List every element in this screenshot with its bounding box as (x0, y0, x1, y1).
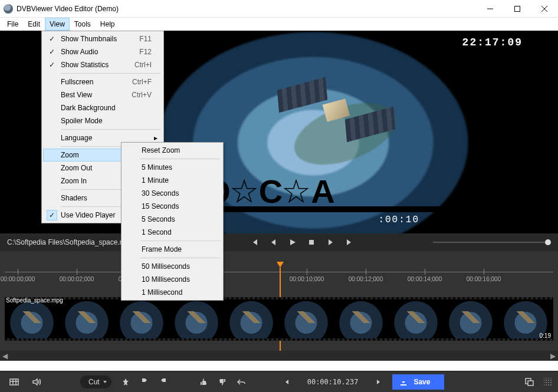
thumbnails-toggle-button[interactable] (6, 375, 22, 389)
zoom-frame-mode[interactable]: Frame Mode (123, 243, 222, 256)
menuitem-dark-background[interactable]: Dark Background (43, 101, 162, 114)
ruler-label: 00:00:14;000 (408, 276, 442, 282)
check-icon: ✓ (47, 35, 57, 43)
thumbnail[interactable] (5, 299, 60, 338)
seek-thumb[interactable] (545, 239, 551, 245)
menuitem-spoiler-mode[interactable]: Spoiler Mode (43, 114, 162, 127)
thumbnail[interactable] (334, 299, 389, 338)
skip-forward-button[interactable] (341, 236, 357, 249)
minimize-button[interactable] (477, 0, 504, 18)
ruler-label: 00:00:12;000 (349, 276, 383, 282)
audio-toggle-button[interactable] (28, 375, 45, 389)
undo-button[interactable] (233, 375, 250, 389)
zoom-1-ms[interactable]: 1 Millisecond (123, 286, 222, 299)
ruler-label: 00:00:10;000 (290, 276, 324, 282)
menu-separator (140, 159, 221, 159)
menuitem-fullscreen[interactable]: FullscreenCtrl+F (43, 75, 162, 88)
thumbnail[interactable] (60, 299, 114, 338)
svg-rect-5 (10, 379, 18, 385)
resize-grip-icon[interactable] (544, 378, 552, 386)
svg-rect-4 (309, 240, 314, 245)
zoom-1-second[interactable]: 1 Second (123, 226, 222, 239)
zoom-5-minutes[interactable]: 5 Minutes (123, 161, 222, 174)
star-icon: ☆ (281, 175, 311, 208)
clip-duration-label: 0:19 (540, 332, 551, 339)
menu-view[interactable]: View (45, 18, 70, 31)
check-icon: ✓ (47, 210, 57, 220)
thumbnail[interactable] (279, 299, 334, 338)
overlay-timecode-top: 22:17:09 (462, 37, 523, 48)
timeline-area: 00:00:00;000 00:00:02;000 00:00:04;000 0… (0, 251, 558, 361)
step-back-button[interactable] (279, 375, 296, 389)
bottom-toolbar: Cut 00:00:10.237 Save (0, 371, 558, 392)
check-icon: ✓ (47, 61, 57, 69)
scroll-left-icon[interactable]: ◀ (0, 351, 10, 361)
zoom-15-seconds[interactable]: 15 Seconds (123, 200, 222, 213)
svg-rect-1 (515, 6, 520, 11)
timeline-ruler[interactable]: 00:00:00;000 00:00:02;000 00:00:04;000 0… (0, 265, 558, 283)
zoom-50-ms[interactable]: 50 Milliseconds (123, 260, 222, 273)
transport-controls (247, 236, 357, 249)
thumbnail[interactable] (169, 299, 224, 338)
title-bar: DVBViewer Video Editor (Demo) (0, 0, 558, 18)
menu-tools[interactable]: Tools (70, 18, 96, 31)
ruler-label: 00:00:16;000 (467, 276, 501, 282)
pin-button[interactable] (117, 375, 134, 389)
mark-out-button[interactable] (155, 375, 172, 389)
submenu-arrow-icon: ▸ (154, 134, 157, 142)
zoom-10-ms[interactable]: 10 Milliseconds (123, 273, 222, 286)
skip-back-button[interactable] (247, 236, 263, 249)
zoom-5-seconds[interactable]: 5 Seconds (123, 213, 222, 226)
thumbnail[interactable] (224, 299, 279, 338)
zoom-1-minute[interactable]: 1 Minute (123, 174, 222, 187)
maximize-button[interactable] (504, 0, 531, 18)
overlay-timecode-bottom: :00:10 (378, 215, 419, 225)
seek-slider[interactable] (433, 239, 551, 245)
menu-edit[interactable]: Edit (23, 18, 45, 31)
app-icon (4, 4, 13, 14)
thumbs-down-button[interactable] (214, 375, 231, 389)
close-button[interactable] (531, 0, 558, 18)
save-button[interactable]: Save (392, 374, 444, 390)
timecode-display[interactable]: 00:00:10.237 (301, 378, 365, 386)
star-icon: ☆ (229, 175, 259, 208)
mark-in-button[interactable] (136, 375, 153, 389)
ruler-label: 00:00:00;000 (1, 276, 35, 282)
check-icon: ✓ (47, 48, 57, 56)
menu-help[interactable]: Help (96, 18, 120, 31)
clip-name-label: Softpedia_space.mpg (6, 297, 63, 304)
zoom-30-seconds[interactable]: 30 Seconds (123, 187, 222, 200)
menuitem-show-thumbnails[interactable]: ✓Show ThumbnailsF11 (43, 32, 162, 45)
scroll-right-icon[interactable]: ▶ (548, 351, 558, 361)
menuitem-show-audio[interactable]: ✓Show AudioF12 (43, 45, 162, 58)
next-frame-button[interactable] (322, 236, 339, 249)
menuitem-show-statistics[interactable]: ✓Show StatisticsCtrl+I (43, 58, 162, 71)
thumbnail-strip[interactable] (5, 297, 553, 341)
menuitem-best-view[interactable]: Best ViewCtrl+V (43, 88, 162, 101)
menu-file[interactable]: File (2, 18, 23, 31)
menu-separator (61, 73, 161, 74)
menu-separator (140, 241, 221, 241)
filepath-bar: C:\Softpedia Files\Softpedia_space.mpg (0, 233, 558, 251)
zoom-reset[interactable]: Reset Zoom (123, 144, 222, 157)
zoom-submenu: Reset Zoom 5 Minutes 1 Minute 30 Seconds… (121, 142, 224, 301)
horizontal-scrollbar[interactable]: ◀ ▶ (0, 351, 558, 361)
prev-frame-button[interactable] (265, 236, 282, 249)
playhead-marker-icon[interactable] (277, 262, 284, 268)
menu-separator (140, 258, 221, 258)
thumbnail[interactable] (444, 299, 498, 338)
layout-toggle-button[interactable] (521, 375, 538, 389)
stop-button[interactable] (303, 236, 320, 249)
save-label: Save (413, 378, 430, 386)
thumbs-up-button[interactable] (195, 375, 212, 389)
step-forward-button[interactable] (370, 375, 386, 389)
menu-bar: File Edit View Tools Help ✓Show Thumbnai… (0, 18, 558, 31)
thumbnail[interactable] (389, 299, 444, 338)
play-button[interactable] (284, 236, 301, 249)
thumbnail[interactable] (114, 299, 169, 338)
cut-label: Cut (88, 378, 100, 386)
window-title: DVBViewer Video Editor (Demo) (17, 5, 477, 13)
cut-mode-dropdown[interactable]: Cut (80, 375, 111, 388)
file-path-label: C:\Softpedia Files\Softpedia_space.mpg (7, 238, 133, 246)
export-icon (399, 378, 408, 386)
